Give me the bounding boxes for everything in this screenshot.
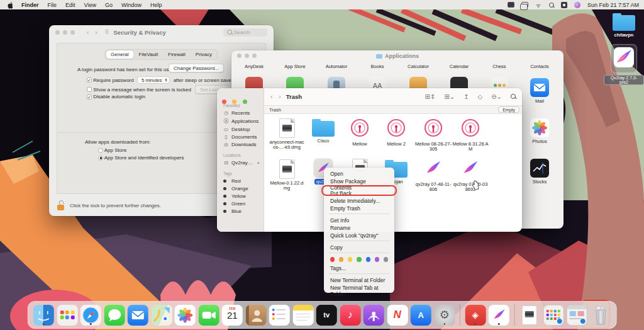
forward-button[interactable]: › bbox=[95, 29, 97, 36]
lock-icon[interactable] bbox=[57, 200, 65, 210]
tag-color-orange[interactable] bbox=[339, 257, 343, 262]
sidebar-item-recents[interactable]: ◷Recents bbox=[217, 109, 264, 117]
require-password-checkbox[interactable]: ✓ bbox=[87, 77, 92, 82]
menu-item-tags[interactable]: Tags... bbox=[324, 264, 394, 271]
file-mellow[interactable]: Mellow bbox=[341, 118, 378, 147]
app-stocks[interactable]: Stocks bbox=[521, 159, 558, 185]
sidebar-tag-red[interactable]: Red bbox=[217, 177, 264, 185]
menu-item-rename[interactable]: Rename bbox=[324, 224, 394, 231]
dock-photos[interactable] bbox=[175, 305, 196, 326]
file-qv2ray-07-48[interactable]: qv2ray 07-48-11-806 bbox=[415, 159, 452, 192]
disable-auto-login-checkbox[interactable]: ✓ bbox=[87, 94, 92, 100]
file-mellow-4[interactable]: Mellow 8.31.26 AM bbox=[452, 118, 489, 152]
dock-trash[interactable] bbox=[590, 305, 611, 326]
sidebar-tag-blue[interactable]: Blue bbox=[217, 207, 264, 215]
sidebar-item-documents[interactable]: ▯Documents bbox=[217, 133, 264, 140]
show-message-checkbox[interactable] bbox=[87, 87, 92, 92]
search-field[interactable]: Search bbox=[223, 28, 267, 37]
zoom-button[interactable] bbox=[243, 100, 247, 104]
dock-appstore[interactable]: A bbox=[411, 305, 431, 326]
sidebar-item-applications[interactable]: ⒶApplications bbox=[217, 117, 264, 125]
menu-item-quick-look[interactable]: Quick Look "qv2ray" bbox=[324, 231, 394, 239]
menu-window[interactable]: Window bbox=[121, 2, 142, 8]
change-password-button[interactable]: Change Password... bbox=[169, 64, 224, 72]
desktop-icon-chitavpn[interactable]: chitavpn bbox=[605, 15, 643, 38]
dock-notes[interactable] bbox=[292, 305, 313, 326]
tags-icon[interactable]: ◇ bbox=[478, 93, 483, 100]
file-qv2ray-07-50[interactable]: qv2ray 07-50-038692 bbox=[452, 159, 489, 192]
dock-anydesk[interactable]: ◈ bbox=[465, 305, 486, 326]
tag-color-purple[interactable] bbox=[375, 257, 379, 262]
tag-color-blue[interactable] bbox=[366, 257, 370, 262]
dock-minimized-window-1[interactable] bbox=[543, 305, 564, 326]
app-photos[interactable]: Photos bbox=[521, 118, 558, 144]
back-button[interactable]: ‹ bbox=[270, 93, 272, 100]
eject-icon[interactable]: ▲ bbox=[257, 161, 260, 164]
wifi-icon[interactable] bbox=[535, 2, 542, 8]
radio-identified-developers[interactable] bbox=[98, 156, 103, 161]
menu-item-copy[interactable]: Copy bbox=[324, 243, 394, 251]
display-icon[interactable] bbox=[508, 2, 514, 8]
view-options-icon[interactable]: ⊞⇕ bbox=[425, 93, 436, 100]
radio-app-store[interactable] bbox=[98, 148, 103, 153]
siri-icon[interactable] bbox=[574, 2, 580, 8]
app-label-anydesk[interactable]: AnyDesk bbox=[235, 64, 273, 69]
empty-trash-button[interactable]: Empty bbox=[498, 106, 519, 113]
menu-item-get-info[interactable]: Get Info bbox=[324, 216, 394, 224]
minimize-button[interactable] bbox=[63, 30, 67, 35]
tag-color-gray[interactable] bbox=[384, 257, 388, 262]
close-button[interactable] bbox=[55, 30, 60, 35]
app-label-chess[interactable]: Chess bbox=[480, 64, 518, 69]
app-label-contacts[interactable]: Contacts bbox=[521, 64, 558, 69]
dock-maps[interactable] bbox=[151, 305, 172, 326]
sidebar-item-desktop[interactable]: ▭Desktop bbox=[217, 125, 264, 133]
spotlight-icon[interactable] bbox=[549, 3, 554, 8]
more-actions-icon[interactable]: ⊖⌄ bbox=[491, 93, 502, 100]
tab-filevault[interactable]: FileVault bbox=[134, 50, 164, 59]
menu-go[interactable]: Go bbox=[105, 2, 113, 8]
menu-edit[interactable]: Edit bbox=[65, 2, 75, 8]
dock-dmg-file[interactable] bbox=[519, 305, 540, 326]
group-icon[interactable]: ⊞⌄ bbox=[444, 93, 455, 100]
back-button[interactable]: ‹ bbox=[87, 29, 89, 36]
duration-dropdown[interactable]: 5 minutes ▲▼ bbox=[137, 76, 170, 84]
menu-item-empty-trash[interactable]: Empty Trash bbox=[324, 204, 394, 212]
menu-item-show-package-contents[interactable]: Show Package Contents bbox=[324, 177, 394, 185]
dock-tv[interactable]: tv bbox=[316, 305, 337, 326]
dock-contacts[interactable] bbox=[245, 305, 266, 326]
input-source-icon[interactable] bbox=[561, 2, 567, 8]
show-all-icon[interactable]: ⠿ bbox=[105, 29, 110, 35]
sidebar-item-downloads[interactable]: ◎Downloads bbox=[217, 140, 264, 148]
search-icon[interactable] bbox=[511, 93, 516, 100]
file-mellow-dmg[interactable]: Mellow-0.1.22.dmg bbox=[269, 159, 305, 191]
zoom-button[interactable] bbox=[70, 30, 75, 35]
file-mellow-3[interactable]: Mellow 08-26-27-305 bbox=[415, 118, 452, 152]
tab-firewall[interactable]: Firewall bbox=[163, 50, 191, 59]
desktop-icon-qv2ray[interactable]: Qv2ray 2.7.0-pre2 bbox=[604, 44, 644, 86]
menu-view[interactable]: View bbox=[84, 2, 96, 8]
menu-item-new-terminal[interactable]: New Terminal at Folder bbox=[324, 276, 394, 283]
app-label-automator[interactable]: Automator bbox=[318, 64, 355, 69]
file-mellow-2[interactable]: Mellow 2 bbox=[378, 118, 414, 147]
dock-reminders[interactable] bbox=[269, 305, 290, 326]
app-label-books[interactable]: Books bbox=[358, 64, 396, 69]
sidebar-tag-orange[interactable]: Orange bbox=[217, 185, 264, 192]
sidebar-tag-yellow[interactable]: Yellow bbox=[217, 192, 264, 200]
app-label-calculator[interactable]: Calculator bbox=[399, 64, 437, 69]
dock-safari[interactable] bbox=[80, 305, 101, 326]
app-label-calendar[interactable]: Calendar bbox=[440, 64, 478, 69]
tab-privacy[interactable]: Privacy bbox=[191, 50, 217, 59]
menu-item-delete-immediately[interactable]: Delete Immediately... bbox=[324, 196, 394, 204]
screen-mirroring-icon[interactable] bbox=[521, 2, 528, 8]
menu-item-open[interactable]: Open bbox=[324, 169, 394, 177]
tab-general[interactable]: General bbox=[106, 50, 133, 59]
sidebar-item-qv2ray-volume[interactable]: ⊟Qv2ray…▲ bbox=[217, 159, 264, 166]
app-mail[interactable]: Mail bbox=[521, 78, 558, 104]
dock-mail[interactable] bbox=[128, 305, 148, 326]
dock-news[interactable]: N bbox=[387, 305, 408, 326]
dock-minimized-window-2[interactable] bbox=[567, 305, 587, 326]
tag-color-red[interactable] bbox=[330, 257, 335, 262]
dock-qv2ray[interactable] bbox=[489, 305, 509, 326]
file-cisco-folder[interactable]: Cisco bbox=[305, 118, 341, 144]
tag-color-yellow[interactable] bbox=[348, 257, 352, 262]
